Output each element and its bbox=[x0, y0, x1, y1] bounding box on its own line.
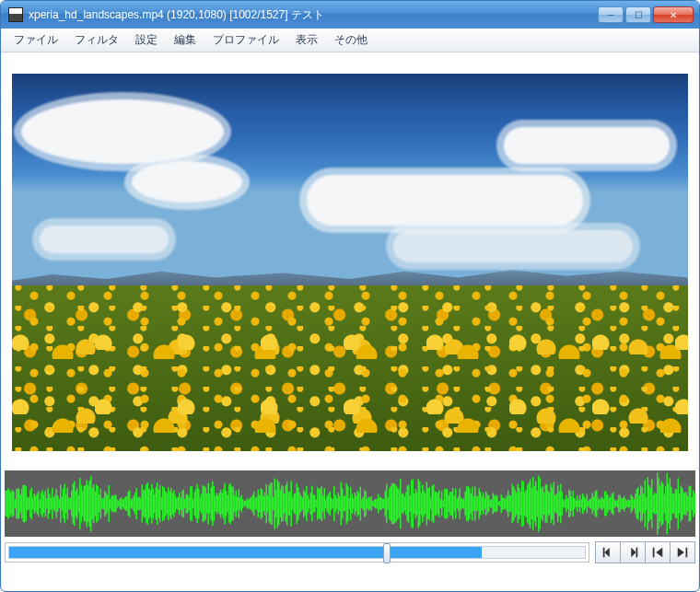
svg-rect-426 bbox=[593, 496, 595, 510]
svg-rect-492 bbox=[684, 493, 686, 515]
svg-rect-17 bbox=[29, 498, 30, 510]
svg-rect-129 bbox=[183, 490, 185, 518]
svg-rect-176 bbox=[248, 499, 250, 507]
svg-rect-407 bbox=[567, 498, 569, 509]
svg-rect-421 bbox=[587, 494, 589, 514]
svg-rect-41 bbox=[62, 496, 64, 510]
waveform-graphic bbox=[5, 470, 695, 537]
svg-rect-342 bbox=[477, 496, 479, 511]
svg-rect-211 bbox=[297, 483, 298, 524]
svg-rect-77 bbox=[111, 496, 113, 512]
svg-rect-123 bbox=[175, 494, 177, 512]
svg-rect-461 bbox=[642, 487, 644, 520]
svg-rect-449 bbox=[625, 499, 627, 509]
svg-rect-451 bbox=[628, 500, 630, 508]
svg-rect-314 bbox=[438, 490, 440, 517]
svg-rect-457 bbox=[636, 489, 638, 518]
svg-rect-103 bbox=[147, 482, 149, 525]
svg-rect-459 bbox=[639, 495, 641, 511]
svg-rect-375 bbox=[523, 482, 525, 525]
svg-rect-142 bbox=[201, 493, 203, 514]
svg-rect-149 bbox=[211, 487, 213, 520]
svg-rect-378 bbox=[527, 485, 529, 523]
go-end-icon bbox=[676, 546, 689, 559]
menu-view[interactable]: 表示 bbox=[288, 29, 325, 51]
svg-rect-29 bbox=[45, 491, 47, 517]
menu-file[interactable]: ファイル bbox=[6, 29, 65, 51]
svg-rect-235 bbox=[330, 492, 332, 516]
svg-rect-283 bbox=[396, 486, 398, 522]
svg-rect-110 bbox=[157, 482, 158, 525]
svg-rect-210 bbox=[295, 493, 297, 514]
close-button[interactable]: ✕ bbox=[653, 6, 694, 23]
svg-rect-270 bbox=[378, 494, 379, 514]
svg-rect-282 bbox=[394, 484, 396, 524]
svg-rect-172 bbox=[242, 499, 244, 508]
svg-rect-30 bbox=[46, 498, 48, 508]
svg-rect-228 bbox=[320, 488, 321, 518]
svg-rect-448 bbox=[624, 496, 625, 512]
svg-rect-418 bbox=[582, 493, 584, 514]
audio-waveform[interactable] bbox=[5, 470, 695, 537]
video-frame[interactable] bbox=[12, 74, 688, 451]
svg-rect-419 bbox=[584, 496, 586, 510]
svg-rect-115 bbox=[164, 487, 166, 519]
go-end-button[interactable] bbox=[670, 541, 695, 563]
svg-rect-498 bbox=[693, 491, 694, 517]
seek-bar[interactable] bbox=[5, 542, 589, 563]
svg-rect-347 bbox=[484, 498, 486, 509]
menu-other[interactable]: その他 bbox=[327, 29, 375, 51]
svg-rect-239 bbox=[335, 494, 337, 513]
svg-rect-128 bbox=[181, 491, 183, 517]
menu-profile[interactable]: プロファイル bbox=[205, 29, 286, 51]
svg-rect-185 bbox=[261, 488, 262, 518]
svg-rect-358 bbox=[499, 501, 501, 506]
svg-rect-497 bbox=[692, 497, 694, 510]
transport-controls bbox=[5, 540, 695, 564]
svg-rect-162 bbox=[228, 485, 230, 523]
svg-rect-117 bbox=[167, 493, 169, 515]
svg-rect-118 bbox=[168, 487, 169, 520]
menubar: ファイル フィルタ 設定 編集 プロファイル 表示 その他 bbox=[1, 29, 699, 52]
svg-rect-255 bbox=[357, 491, 359, 517]
svg-rect-269 bbox=[377, 499, 379, 509]
svg-rect-7 bbox=[15, 499, 17, 508]
svg-rect-244 bbox=[342, 489, 344, 519]
svg-rect-287 bbox=[402, 494, 403, 514]
svg-rect-197 bbox=[277, 480, 279, 528]
svg-rect-356 bbox=[496, 496, 498, 512]
step-forward-button[interactable] bbox=[620, 541, 646, 563]
svg-rect-71 bbox=[103, 498, 105, 509]
svg-rect-363 bbox=[507, 496, 508, 512]
svg-rect-345 bbox=[482, 496, 484, 511]
svg-rect-344 bbox=[480, 492, 482, 515]
svg-rect-386 bbox=[538, 475, 540, 531]
titlebar[interactable]: xperia_hd_landscapes.mp4 (1920,1080) [10… bbox=[1, 1, 699, 29]
svg-rect-355 bbox=[496, 495, 497, 513]
svg-rect-138 bbox=[195, 489, 197, 518]
svg-rect-40 bbox=[60, 485, 62, 523]
svg-rect-254 bbox=[356, 496, 357, 512]
svg-rect-432 bbox=[601, 497, 603, 510]
menu-edit[interactable]: 編集 bbox=[167, 29, 204, 51]
svg-rect-212 bbox=[298, 487, 299, 520]
svg-rect-167 bbox=[236, 491, 238, 517]
go-start-button[interactable] bbox=[645, 541, 671, 563]
svg-rect-68 bbox=[99, 494, 100, 513]
svg-rect-65 bbox=[95, 492, 97, 517]
menu-settings[interactable]: 設定 bbox=[128, 29, 165, 51]
svg-rect-316 bbox=[441, 492, 443, 517]
svg-rect-424 bbox=[590, 498, 592, 509]
maximize-button[interactable]: ☐ bbox=[625, 6, 651, 23]
step-forward-icon bbox=[626, 546, 639, 559]
svg-rect-225 bbox=[316, 500, 318, 507]
svg-rect-175 bbox=[247, 498, 249, 508]
seek-thumb[interactable] bbox=[383, 543, 391, 563]
menu-filter[interactable]: フィルタ bbox=[67, 29, 126, 51]
svg-rect-98 bbox=[140, 498, 142, 510]
minimize-button[interactable]: ─ bbox=[598, 6, 624, 23]
svg-rect-236 bbox=[331, 497, 332, 509]
svg-rect-456 bbox=[635, 493, 636, 514]
svg-rect-264 bbox=[369, 498, 371, 510]
step-back-button[interactable] bbox=[595, 541, 621, 563]
